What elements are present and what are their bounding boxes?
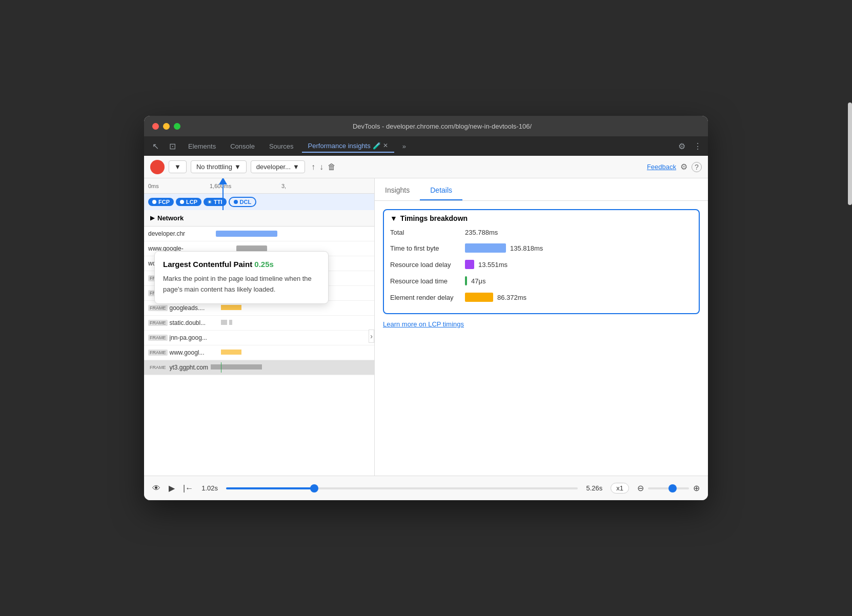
right-content: ▼ Timings breakdown Total 235.788ms Time… <box>375 201 708 476</box>
devtools-window: DevTools - developer.chrome.com/blog/new… <box>144 116 708 500</box>
bottom-bar: 👁 ▶ |← 1.02s 5.26s x1 ⊖ ⊕ <box>144 476 708 500</box>
tab-performance-label: Performance insights <box>308 142 371 150</box>
timings-label-rld: Resource load delay <box>390 261 457 269</box>
dcl-label: DCL <box>240 199 252 205</box>
eye-icon[interactable]: 👁 <box>152 484 160 493</box>
record-dropdown[interactable]: ▼ <box>169 160 187 173</box>
url-filter-dropdown[interactable]: developer... ▼ <box>251 160 305 173</box>
tab-elements[interactable]: Elements <box>182 140 222 152</box>
scroll-bar <box>211 364 262 369</box>
timings-bar-erd <box>465 293 493 302</box>
frame-badge: FRAME <box>148 335 168 341</box>
throttling-dropdown-icon: ▼ <box>234 163 241 171</box>
timings-bar-rld <box>465 260 474 269</box>
delete-icon[interactable]: 🗑 <box>328 162 336 172</box>
timings-bar-area-total: 235.788ms <box>465 229 693 236</box>
cursor-icon[interactable]: ↖ <box>148 139 163 153</box>
bar-frame-3a <box>221 320 227 325</box>
timings-bar-area-rld: 13.551ms <box>465 260 693 269</box>
tab-insights[interactable]: Insights <box>375 181 420 200</box>
chip-lcp[interactable]: LCP <box>176 198 201 206</box>
zoom-slider[interactable] <box>648 487 689 489</box>
tab-console[interactable]: Console <box>224 140 261 152</box>
tab-close-icon[interactable]: ✕ <box>383 142 388 149</box>
network-header-label: Network <box>157 214 184 222</box>
timeline-cursor-head <box>219 178 227 184</box>
throttling-dropdown[interactable]: No throttling ▼ <box>191 160 247 173</box>
timings-bar-area-ttfb: 135.818ms <box>465 243 693 253</box>
tti-label: TTI <box>214 199 222 205</box>
tooltip-body: Marks the point in the page load timelin… <box>163 274 320 295</box>
minimize-button[interactable] <box>163 123 170 130</box>
network-row-frame-3[interactable]: FRAME static.doubl... <box>144 316 374 331</box>
lcp-dot <box>180 200 184 204</box>
tooltip-title: Largest Contentful Paint 0.25s <box>163 260 320 269</box>
tooltip-title-text: Largest Contentful Paint <box>163 260 252 269</box>
timings-value-rld: 13.551ms <box>478 261 508 269</box>
network-row[interactable]: developer.chr <box>144 227 374 241</box>
timings-collapse-icon[interactable]: ▼ <box>390 214 397 222</box>
close-button[interactable] <box>152 123 159 130</box>
bar-frame-5 <box>221 350 241 355</box>
timings-row-rlt: Resource load time 47μs <box>390 276 693 285</box>
timings-bar-area-rlt: 47μs <box>465 276 693 285</box>
time-end-label: 5.26s <box>586 484 602 492</box>
expand-right-icon[interactable]: › <box>369 330 374 343</box>
network-row-frame-6[interactable]: FRAME yt3.ggpht.com <box>144 360 374 375</box>
timings-row-erd: Element render delay 86.372ms <box>390 293 693 302</box>
row-label-0: developer.chr <box>144 228 211 239</box>
toolbar: ▼ No throttling ▼ developer... ▼ ↑ ↓ 🗑 F… <box>144 156 708 178</box>
tab-performance-insights[interactable]: Performance insights 🧪 ✕ <box>302 140 394 153</box>
network-header: ▶ Network <box>144 210 374 227</box>
row-bar-frame-3 <box>211 316 374 330</box>
slider-thumb[interactable] <box>310 484 318 492</box>
skip-to-start-button[interactable]: |← <box>183 484 193 493</box>
frame-label-7: jnn-pa.goog... <box>170 334 207 341</box>
row-bar-frame-4 <box>211 331 374 345</box>
kebab-menu-icon[interactable]: ⋮ <box>692 139 704 153</box>
timings-value-rlt: 47μs <box>471 277 485 285</box>
frame-label-8: www.googl... <box>170 349 205 356</box>
zoom-in-icon[interactable]: ⊕ <box>693 483 700 493</box>
bar-frame-3b <box>229 320 232 325</box>
slider-track[interactable] <box>226 487 578 489</box>
upload-icon[interactable]: ↑ <box>311 162 315 172</box>
zoom-out-icon[interactable]: ⊖ <box>637 483 644 493</box>
toolbar-actions: ↑ ↓ 🗑 <box>311 162 336 172</box>
playback-slider[interactable] <box>226 487 578 489</box>
tab-more[interactable]: » <box>396 140 412 152</box>
time-start-label: 1.02s <box>201 484 218 492</box>
network-row-frame-5[interactable]: FRAME www.googl... <box>144 345 374 360</box>
frame-badge: FRAME <box>148 364 168 371</box>
timings-row-rld: Resource load delay 13.551ms <box>390 260 693 269</box>
play-button[interactable]: ▶ <box>169 483 175 493</box>
right-tabs: Insights Details <box>375 178 708 201</box>
chip-fcp[interactable]: FCP <box>148 198 174 206</box>
tab-sources[interactable]: Sources <box>263 140 300 152</box>
fcp-dot <box>152 200 156 204</box>
zoom-thumb[interactable] <box>668 484 677 492</box>
titlebar: DevTools - developer.chrome.com/blog/new… <box>144 116 708 136</box>
toolbar-right: ⚙ ? <box>680 162 702 172</box>
settings-icon[interactable]: ⚙ <box>676 139 687 153</box>
chip-dcl[interactable]: DCL <box>229 197 257 207</box>
feedback-link[interactable]: Feedback <box>647 163 676 171</box>
speed-badge[interactable]: x1 <box>611 483 629 494</box>
perf-settings-icon[interactable]: ⚙ <box>680 162 687 172</box>
tab-details[interactable]: Details <box>420 181 462 200</box>
record-button[interactable] <box>150 160 165 174</box>
learn-more-link[interactable]: Learn more on LCP timings <box>383 320 700 328</box>
maximize-button[interactable] <box>174 123 180 130</box>
network-expand-icon[interactable]: ▶ <box>150 215 154 221</box>
right-panel: Insights Details ▼ Timings breakdown Tot… <box>375 178 708 476</box>
timings-row-ttfb: Time to first byte 135.818ms <box>390 243 693 253</box>
network-row-frame-4[interactable]: FRAME jnn-pa.goog... <box>144 331 374 345</box>
main-content: 0ms 1,600ms 3, FCP LCP <box>144 178 708 476</box>
download-icon[interactable]: ↓ <box>319 162 323 172</box>
frame-label-6: static.doubl... <box>170 319 206 326</box>
bar-segment-0 <box>216 231 277 237</box>
layers-icon[interactable]: ⊡ <box>165 139 180 153</box>
url-filter-label: developer... <box>256 163 291 171</box>
help-icon[interactable]: ? <box>692 162 702 172</box>
timings-bar-rlt <box>465 276 467 285</box>
